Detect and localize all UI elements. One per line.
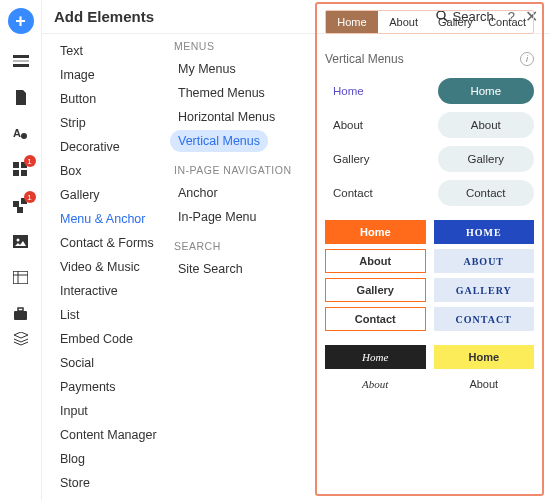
cat-bookings[interactable]: Bookings [54,496,164,498]
cat-strip[interactable]: Strip [54,112,164,134]
cat-contact-forms[interactable]: Contact & Forms [54,232,164,254]
cat-content-manager[interactable]: Content Manager [54,424,164,446]
cat-decorative[interactable]: Decorative [54,136,164,158]
layers-icon[interactable] [12,330,30,348]
page-icon[interactable] [12,88,30,106]
cat-payments[interactable]: Payments [54,376,164,398]
add-button[interactable]: + [8,8,34,34]
vmenu-2[interactable]: Home [438,78,535,104]
cat-menu-anchor[interactable]: Menu & Anchor [54,208,164,230]
plugin-badge: 1 [24,191,36,203]
svg-rect-2 [13,64,29,67]
apps-icon[interactable]: 1 [12,160,30,178]
cat-embed[interactable]: Embed Code [54,328,164,350]
group-inpage: IN-PAGE NAVIGATION [174,164,305,176]
cat-blog[interactable]: Blog [54,448,164,470]
cat-video-music[interactable]: Video & Music [54,256,164,278]
section-title: Vertical Menus [325,52,404,66]
sub-anchor[interactable]: Anchor [170,182,226,204]
cat-box[interactable]: Box [54,160,164,182]
preview-pane: Home About Gallery Contact Vertical Menu… [315,2,544,496]
panel-title: Add Elements [54,8,154,25]
svg-rect-9 [13,201,19,207]
svg-rect-17 [14,311,27,320]
cat-text[interactable]: Text [54,40,164,62]
vmenu-5[interactable]: Home [325,345,426,369]
info-icon[interactable]: i [520,52,534,66]
media-icon[interactable] [12,232,30,250]
svg-rect-0 [13,55,29,58]
horiz-menu-preview[interactable]: Home About Gallery Contact [325,10,534,34]
left-rail: + A 1 1 [0,0,42,500]
subcategory-list: MENUS My Menus Themed Menus Horizontal M… [170,40,305,282]
vmenu-4[interactable]: HOME ABOUT GALLERY CONTACT [434,220,535,331]
apps-badge: 1 [24,155,36,167]
cat-interactive[interactable]: Interactive [54,280,164,302]
category-list: Text Image Button Strip Decorative Box G… [54,40,164,498]
data-icon[interactable] [12,268,30,286]
group-menus: MENUS [174,40,305,52]
business-icon[interactable] [12,304,30,322]
cat-list[interactable]: List [54,304,164,326]
sub-site-search[interactable]: Site Search [170,258,251,280]
svg-point-13 [17,238,20,241]
sub-vertical[interactable]: Vertical Menus [170,130,268,152]
cat-store[interactable]: Store [54,472,164,494]
svg-rect-7 [13,170,19,176]
cat-social[interactable]: Social [54,352,164,374]
sub-my-menus[interactable]: My Menus [170,58,244,80]
sub-inpage-menu[interactable]: In-Page Menu [170,206,265,228]
svg-rect-5 [13,162,19,168]
sub-themed[interactable]: Themed Menus [170,82,273,104]
cat-image[interactable]: Image [54,64,164,86]
group-search: SEARCH [174,240,305,252]
svg-rect-14 [13,271,28,284]
theme-icon[interactable]: A [12,124,30,142]
vmenu-6[interactable]: Home [434,345,535,369]
plugin-icon[interactable]: 1 [12,196,30,214]
section-icon[interactable] [12,52,30,70]
cat-button[interactable]: Button [54,88,164,110]
cat-input[interactable]: Input [54,400,164,422]
svg-rect-1 [13,60,29,62]
svg-text:A: A [13,127,21,139]
svg-rect-8 [21,170,27,176]
vmenu-3[interactable]: Home About Gallery Contact [325,220,426,331]
svg-rect-11 [17,207,23,213]
cat-gallery[interactable]: Gallery [54,184,164,206]
svg-rect-18 [18,308,23,311]
vmenu-1[interactable]: Home [325,78,430,104]
svg-rect-12 [13,235,28,248]
svg-point-4 [21,133,27,139]
sub-horizontal[interactable]: Horizontal Menus [170,106,283,128]
